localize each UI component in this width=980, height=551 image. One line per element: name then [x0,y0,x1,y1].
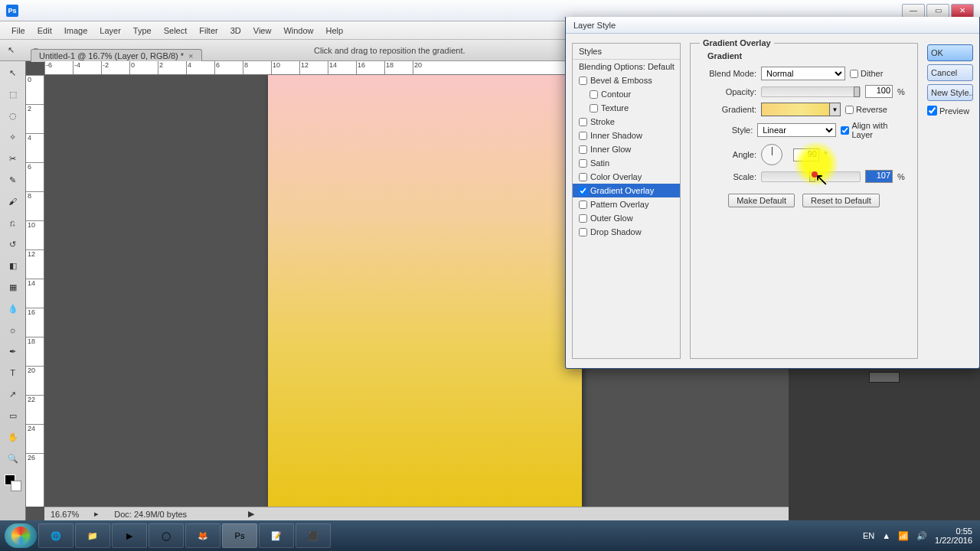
label-style: Style: [701,126,753,135]
scale-slider[interactable] [761,171,861,182]
wand-tool[interactable]: ✧ [4,129,22,145]
make-default-button[interactable]: Make Default [728,194,795,207]
menu-help[interactable]: Help [321,24,349,37]
document-canvas[interactable] [268,75,582,507]
preview-checkbox[interactable] [927,106,937,116]
menu-filter[interactable]: Filter [194,24,223,37]
angle-dial[interactable] [761,144,782,165]
reset-default-button[interactable]: Reset to Default [802,194,880,207]
taskbar-media[interactable]: ▶ [112,523,147,548]
tray-time[interactable]: 0:55 [956,527,972,536]
tray-sound-icon[interactable]: 🔊 [916,531,927,541]
marquee-tool[interactable]: ⬚ [4,86,22,103]
label-angle: Angle: [701,150,756,159]
effect-gradient-overlay[interactable]: Gradient Overlay [573,184,680,197]
layer-style-dialog: Layer Style Styles Blending Options: Def… [565,17,980,369]
taskbar-photoshop[interactable]: Ps [222,523,257,548]
shape-tool[interactable]: ▭ [4,407,22,424]
menu-view[interactable]: View [248,24,277,37]
effect-contour[interactable]: Contour [573,87,680,101]
status-menu-icon[interactable]: ▶ [248,509,254,519]
styles-header[interactable]: Styles [573,44,680,60]
ok-button[interactable]: OK [927,44,973,61]
cancel-button[interactable]: Cancel [927,64,973,81]
effect-inner-shadow[interactable]: Inner Shadow [573,129,680,142]
effect-inner-glow[interactable]: Inner Glow [573,142,680,156]
pen-tool[interactable]: ✒ [4,343,22,360]
dodge-tool[interactable]: ☼ [4,321,22,338]
eyedropper-tool[interactable]: ✎ [4,171,22,188]
navigator-thumb[interactable] [869,372,900,383]
window-close-button[interactable]: ✕ [951,4,974,18]
tray-network-icon[interactable]: 📶 [898,531,909,541]
effect-outer-glow[interactable]: Outer Glow [573,211,680,225]
blur-tool[interactable]: 💧 [4,300,22,317]
effect-color-overlay[interactable]: Color Overlay [573,170,680,184]
dialog-title: Layer Style [566,17,979,34]
menu-edit[interactable]: Edit [32,24,57,37]
menu-file[interactable]: File [6,24,31,37]
right-dock [789,367,980,520]
move-tool[interactable]: ↖ [4,64,22,81]
menu-image[interactable]: Image [59,24,93,37]
color-swatches[interactable] [5,474,21,491]
align-checkbox[interactable] [841,126,849,135]
zoom-level[interactable]: 16.67% [51,510,79,519]
document-tab-label: Untitled-1 @ 16.7% (Layer 0, RGB/8) * [39,51,184,60]
menu-3d[interactable]: 3D [225,24,247,37]
zoom-tool[interactable]: 🔍 [4,450,22,467]
effect-stroke[interactable]: Stroke [573,115,680,129]
close-tab-icon[interactable]: × [188,51,193,60]
menu-layer[interactable]: Layer [94,24,126,37]
eraser-tool[interactable]: ◧ [4,257,22,274]
style-select[interactable]: Linear [757,123,836,137]
taskbar-explorer[interactable]: 📁 [75,523,110,548]
tray-lang[interactable]: EN [863,531,874,540]
effect-satin[interactable]: Satin [573,156,680,170]
history-brush-tool[interactable]: ↺ [4,236,22,253]
zoom-popup-icon[interactable]: ▸ [94,509,99,519]
path-tool[interactable]: ↗ [4,386,22,403]
window-maximize-button[interactable]: ▭ [926,4,949,18]
tray-flag-icon[interactable]: ▲ [882,531,890,540]
start-button[interactable] [5,523,37,548]
tray-date[interactable]: 1/22/2016 [935,536,972,545]
menu-window[interactable]: Window [278,24,318,37]
effect-pattern-overlay[interactable]: Pattern Overlay [573,197,680,211]
blend-mode-select[interactable]: Normal [761,67,845,80]
gradient-tool[interactable]: ▦ [4,279,22,295]
gradient-picker[interactable]: ▼ [761,103,841,116]
blending-options-row[interactable]: Blending Options: Default [573,60,680,73]
dither-checkbox[interactable] [850,70,858,78]
label-scale: Scale: [701,172,756,181]
menu-type[interactable]: Type [128,24,157,37]
taskbar-chrome[interactable]: ◯ [149,523,184,548]
type-tool[interactable]: T [4,364,22,381]
document-tab[interactable]: Untitled-1 @ 16.7% (Layer 0, RGB/8) * × [31,49,202,62]
taskbar-notes[interactable]: 📝 [259,523,294,548]
preview-label: Preview [939,106,969,116]
scale-input[interactable]: 107 [865,170,893,183]
reverse-label: Reverse [856,105,887,114]
stamp-tool[interactable]: ⎌ [4,214,22,231]
brush-tool[interactable]: 🖌 [4,193,22,210]
opacity-input[interactable]: 100 [865,85,893,98]
opacity-unit: % [897,87,906,96]
gradient-dropdown-icon[interactable]: ▼ [829,103,840,116]
lasso-tool[interactable]: ◌ [4,107,22,124]
effect-bevel-emboss[interactable]: Bevel & Emboss [573,73,680,87]
taskbar-app[interactable]: ⬛ [296,523,331,548]
angle-input[interactable]: 90 [793,148,819,161]
new-style-button[interactable]: New Style... [927,84,973,101]
dither-label: Dither [861,69,883,78]
reverse-checkbox[interactable] [845,106,854,114]
effect-texture[interactable]: Texture [573,101,680,115]
crop-tool[interactable]: ✂ [4,150,22,167]
menu-select[interactable]: Select [158,24,193,37]
window-minimize-button[interactable]: — [902,4,925,18]
hand-tool[interactable]: ✋ [4,429,22,445]
taskbar-ie[interactable]: 🌐 [38,523,74,548]
taskbar-firefox[interactable]: 🦊 [185,523,220,548]
opacity-slider[interactable] [761,86,861,97]
effect-drop-shadow[interactable]: Drop Shadow [573,225,680,239]
